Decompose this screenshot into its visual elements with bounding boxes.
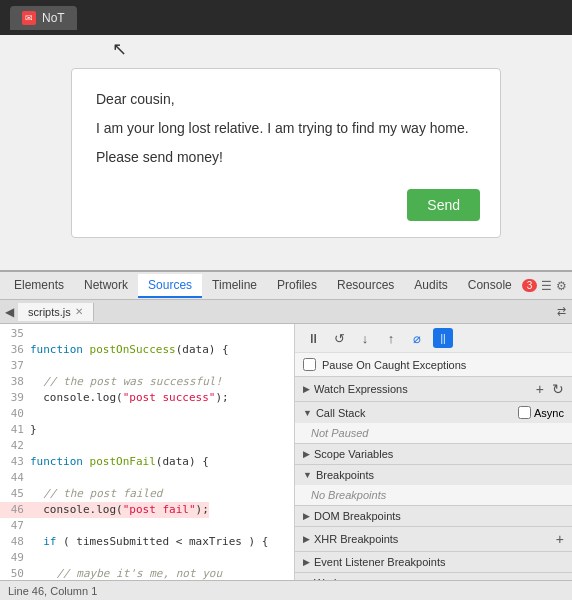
tab-resources[interactable]: Resources	[327, 274, 404, 298]
status-bar: Line 46, Column 1	[0, 580, 572, 600]
code-line-48: 48 if ( timesSubmitted < maxTries ) {	[0, 534, 294, 550]
pause-exceptions-checkbox[interactable]	[303, 358, 316, 371]
watch-refresh-icon[interactable]: ↻	[552, 381, 564, 397]
scope-variables-header[interactable]: ▶ Scope Variables	[295, 444, 572, 464]
code-panel: 35 36 function postOnSuccess(data) { 37 …	[0, 324, 295, 580]
code-line-36: 36 function postOnSuccess(data) {	[0, 342, 294, 358]
debugger-toolbar: ⏸ ↺ ↓ ↑ ⌀ ||	[295, 324, 572, 353]
code-lines: 35 36 function postOnSuccess(data) { 37 …	[0, 324, 294, 580]
code-line-37: 37	[0, 358, 294, 374]
code-line-45: 45 // the post failed	[0, 486, 294, 502]
devtools-tabs: Elements Network Sources Timeline Profil…	[0, 272, 572, 300]
event-listener-title: Event Listener Breakpoints	[314, 556, 445, 568]
xhr-chevron-icon: ▶	[303, 534, 310, 544]
dom-breakpoints-title: DOM Breakpoints	[314, 510, 401, 522]
expand-icon[interactable]: ⇄	[551, 305, 572, 318]
code-line-43: 43 function postOnFail(data) {	[0, 454, 294, 470]
file-close-icon[interactable]: ✕	[75, 306, 83, 317]
workers-header[interactable]: ▶ Workers	[295, 573, 572, 580]
send-button[interactable]: Send	[407, 189, 480, 221]
code-line-49: 49	[0, 550, 294, 566]
devtools-panel: Elements Network Sources Timeline Profil…	[0, 270, 572, 600]
code-line-44: 44	[0, 470, 294, 486]
tab-audits[interactable]: Audits	[404, 274, 457, 298]
scope-chevron-icon: ▶	[303, 449, 310, 459]
email-line-1: Dear cousin,	[96, 89, 476, 110]
watch-chevron-icon: ▶	[303, 384, 310, 394]
email-line-2: I am your long lost relative. I am tryin…	[96, 118, 476, 139]
email-area: Dear cousin, I am your long lost relativ…	[0, 35, 572, 270]
xhr-add-icon[interactable]: +	[556, 531, 564, 547]
watch-add-icon[interactable]: +	[536, 381, 544, 397]
browser-tab[interactable]: ✉ NoT	[10, 6, 77, 30]
event-chevron-icon: ▶	[303, 557, 310, 567]
code-line-47: 47	[0, 518, 294, 534]
not-paused-label: Not Paused	[295, 423, 572, 443]
tab-timeline[interactable]: Timeline	[202, 274, 267, 298]
call-stack-section: ▼ Call Stack Async Not Paused	[295, 402, 572, 444]
code-line-39: 39 console.log("post success");	[0, 390, 294, 406]
event-listener-section: ▶ Event Listener Breakpoints	[295, 552, 572, 573]
call-stack-header[interactable]: ▼ Call Stack Async	[295, 402, 572, 423]
settings-icon[interactable]: ⚙	[556, 279, 567, 293]
devtools-tab-icons: 3 ☰ ⚙ ▣ ✕	[522, 279, 572, 293]
email-card: Dear cousin, I am your long lost relativ…	[71, 68, 501, 238]
breakpoints-title: Breakpoints	[316, 469, 374, 481]
breakpoints-section: ▼ Breakpoints No Breakpoints	[295, 465, 572, 506]
breakpoints-chevron-icon: ▼	[303, 470, 312, 480]
async-checkbox[interactable]	[518, 406, 531, 419]
pause-exceptions-label: Pause On Caught Exceptions	[322, 359, 466, 371]
error-badge: 3	[522, 279, 538, 292]
xhr-breakpoints-section: ▶ XHR Breakpoints +	[295, 527, 572, 552]
tab-profiles[interactable]: Profiles	[267, 274, 327, 298]
async-checkbox-area: Async	[518, 406, 564, 419]
xhr-breakpoints-title: XHR Breakpoints	[314, 533, 398, 545]
step-out-button[interactable]: ↑	[381, 328, 401, 348]
watch-expressions-header[interactable]: ▶ Watch Expressions + ↻	[295, 377, 572, 401]
call-stack-title: Call Stack	[316, 407, 366, 419]
pause-exceptions-button[interactable]: ||	[433, 328, 453, 348]
devtools-body: 35 36 function postOnSuccess(data) { 37 …	[0, 324, 572, 580]
workers-section: ▶ Workers	[295, 573, 572, 580]
dom-breakpoints-header[interactable]: ▶ DOM Breakpoints	[295, 506, 572, 526]
pause-button[interactable]: ⏸	[303, 328, 323, 348]
right-panel: ⏸ ↺ ↓ ↑ ⌀ || Pause On Caught Exceptions …	[295, 324, 572, 580]
browser-bar: ✉ NoT	[0, 0, 572, 35]
scope-variables-title: Scope Variables	[314, 448, 393, 460]
xhr-breakpoints-header[interactable]: ▶ XHR Breakpoints +	[295, 527, 572, 551]
deactivate-button[interactable]: ⌀	[407, 328, 427, 348]
nav-back-icon[interactable]: ◀	[0, 303, 18, 321]
scope-variables-section: ▶ Scope Variables	[295, 444, 572, 465]
dom-breakpoints-section: ▶ DOM Breakpoints	[295, 506, 572, 527]
code-line-38: 38 // the post was successful!	[0, 374, 294, 390]
email-line-3: Please send money!	[96, 147, 476, 168]
file-tab-label: scripts.js	[28, 306, 71, 318]
watch-expressions-section: ▶ Watch Expressions + ↻	[295, 377, 572, 402]
status-text: Line 46, Column 1	[8, 585, 97, 597]
file-tab-bar: ◀ scripts.js ✕ ⇄	[0, 300, 572, 324]
code-line-35: 35	[0, 326, 294, 342]
tab-sources[interactable]: Sources	[138, 274, 202, 298]
code-line-40: 40	[0, 406, 294, 422]
pause-exceptions-row: Pause On Caught Exceptions	[295, 353, 572, 377]
code-line-41: 41 }	[0, 422, 294, 438]
code-line-50: 50 // maybe it's me, not you	[0, 566, 294, 580]
event-listener-header[interactable]: ▶ Event Listener Breakpoints	[295, 552, 572, 572]
tab-console[interactable]: Console	[458, 274, 522, 298]
step-over-button[interactable]: ↺	[329, 328, 349, 348]
tab-network[interactable]: Network	[74, 274, 138, 298]
tab-elements[interactable]: Elements	[4, 274, 74, 298]
code-line-42: 42	[0, 438, 294, 454]
async-label: Async	[534, 407, 564, 419]
callstack-chevron-icon: ▼	[303, 408, 312, 418]
tab-icon: ✉	[22, 11, 36, 25]
code-line-46: 46 console.log("post fail");	[0, 502, 294, 518]
step-into-button[interactable]: ↓	[355, 328, 375, 348]
watch-expressions-title: Watch Expressions	[314, 383, 408, 395]
breakpoints-header[interactable]: ▼ Breakpoints	[295, 465, 572, 485]
filter-icon[interactable]: ☰	[541, 279, 552, 293]
no-breakpoints-label: No Breakpoints	[295, 485, 572, 505]
scripts-file-tab[interactable]: scripts.js ✕	[18, 303, 94, 321]
dom-chevron-icon: ▶	[303, 511, 310, 521]
tab-label: NoT	[42, 11, 65, 25]
